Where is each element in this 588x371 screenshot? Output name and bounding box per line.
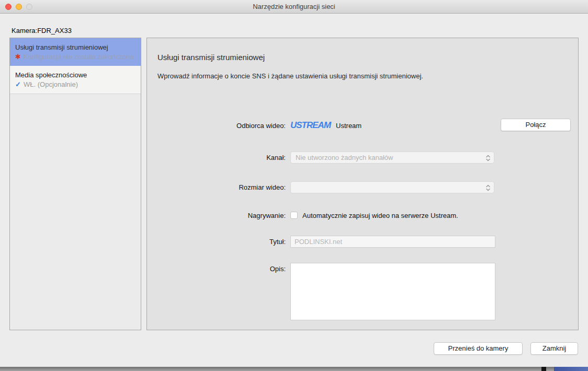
video-recipient-row: Odbiorca wideo: USTREAM Ustream Połącz: [157, 119, 571, 132]
sidebar-item-social-media[interactable]: Media społecznościowe ✓ WŁ. (Opcjonalnie…: [10, 66, 141, 94]
stream-description-label: Opis:: [157, 263, 286, 273]
panel-description: Wprowadź informacje o koncie SNS i żądan…: [157, 72, 423, 80]
stream-title-label: Tytuł:: [157, 238, 286, 246]
stream-description-row: Opis:: [157, 263, 571, 320]
channel-select-value: Nie utworzono żadnych kanałów: [296, 154, 393, 161]
streaming-settings-panel: Usługi transmisji strumieniowej Wprowadź…: [146, 38, 579, 330]
window-title: Narzędzie konfiguracji sieci: [0, 0, 588, 14]
incomplete-asterisk-icon: ✱: [15, 53, 24, 61]
recipient-service-name: Ustream: [336, 122, 361, 130]
close-button[interactable]: Zamknij: [530, 342, 578, 355]
camera-name-label: Kamera:FDR_AX33: [12, 27, 72, 34]
connect-button[interactable]: Połącz: [501, 119, 571, 131]
background-window-fragment: [541, 367, 546, 371]
network-config-window: { "window": { "title": "Narzędzie konfig…: [0, 0, 588, 371]
sidebar-item-status: Konfiguracja nie została zakończona: [24, 53, 134, 61]
close-window-icon[interactable]: [5, 4, 12, 10]
panel-title: Usługi transmisji strumieniowej: [157, 53, 265, 62]
enabled-checkmark-icon: ✓: [15, 80, 24, 88]
video-size-select[interactable]: [290, 181, 494, 193]
transfer-to-camera-button[interactable]: Przenieś do kamery: [434, 342, 523, 355]
sidebar-item-label: Usługi transmisji strumieniowej: [15, 43, 135, 51]
channel-select[interactable]: Nie utworzono żadnych kanałów: [290, 152, 494, 164]
ustream-logo: USTREAM: [290, 120, 331, 131]
bottom-screen-edge: [0, 367, 588, 371]
sidebar-item-streaming-services[interactable]: Usługi transmisji strumieniowej ✱ Konfig…: [10, 38, 141, 66]
chevron-up-down-icon: [485, 184, 491, 193]
minimize-window-icon[interactable]: [16, 4, 22, 10]
settings-sidebar: Usługi transmisji strumieniowej ✱ Konfig…: [9, 38, 141, 330]
chevron-up-down-icon: [485, 154, 491, 164]
stream-title-input[interactable]: [290, 236, 495, 248]
recording-label: Nagrywanie:: [157, 212, 286, 219]
auto-save-checkbox-label: Automatycznie zapisuj wideo na serwerze …: [302, 212, 458, 219]
stream-title-row: Tytuł:: [157, 236, 571, 248]
channel-label: Kanał:: [157, 154, 286, 161]
sidebar-item-label: Media społecznościowe: [15, 71, 135, 79]
channel-row: Kanał: Nie utworzono żadnych kanałów: [157, 152, 571, 164]
background-window-fragment: [554, 367, 588, 371]
recording-row: Nagrywanie: Automatycznie zapisuj wideo …: [157, 210, 571, 221]
sidebar-item-status: WŁ. (Opcjonalnie): [24, 80, 78, 89]
video-size-label: Rozmiar wideo:: [157, 183, 286, 191]
video-recipient-label: Odbiorca wideo:: [157, 122, 286, 130]
video-size-row: Rozmiar wideo:: [157, 181, 571, 193]
auto-save-checkbox[interactable]: [290, 212, 298, 219]
stream-description-textarea[interactable]: [290, 263, 495, 320]
window-titlebar: Narzędzie konfiguracji sieci: [0, 0, 588, 14]
zoom-window-icon: [26, 4, 32, 10]
